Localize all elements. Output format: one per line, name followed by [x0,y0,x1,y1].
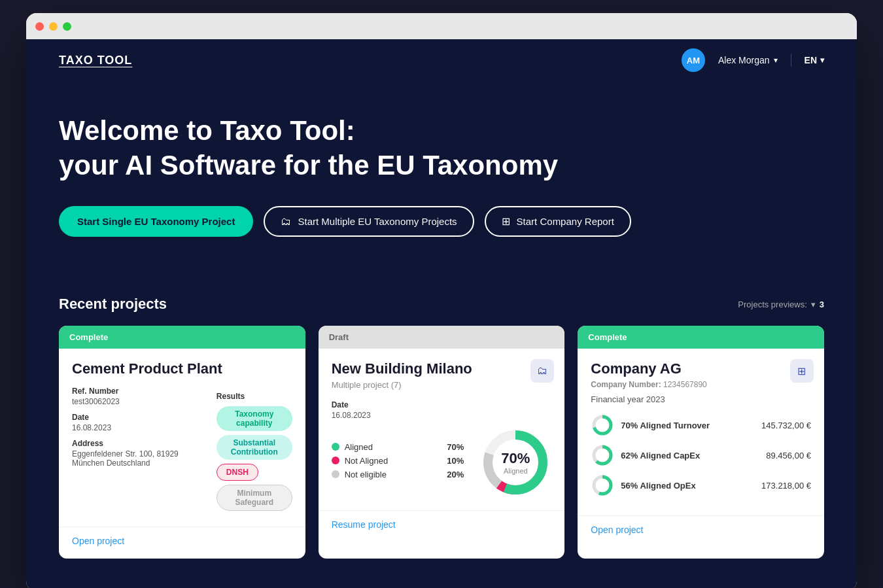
date-value-1: 16.08.2023 [72,423,201,432]
ref-value: test30062023 [72,397,201,406]
status-badge-3: Complete [588,332,627,342]
hero-title-line2: your AI Software for the EU Taxonomy [59,150,558,181]
status-badge-1: Complete [69,332,108,342]
hero-title: Welcome to Taxo Tool: your AI Software f… [59,114,824,182]
not-aligned-pct: 10% [447,456,464,466]
close-dot[interactable] [35,22,44,31]
user-name-text: Alex Morgan [718,55,770,65]
hero-title-line1: Welcome to Taxo Tool: [59,115,355,146]
metric-label-3: 56% Aligned OpEx [621,481,755,491]
card-status-draft: Draft [319,326,565,349]
dot-aligned [332,443,339,451]
donut-pct: 70% [501,450,530,467]
lang-dropdown-chevron: ▾ [820,56,824,65]
language-text: EN [805,55,817,65]
maximize-dot[interactable] [63,22,71,31]
not-eligible-pct: 20% [447,470,464,479]
folder-icon: 🗂 [281,216,291,228]
chevron-preview-icon: ▾ [811,300,816,309]
card-title-3: Company AG [591,360,811,377]
folder-card-icon: 🗂 [530,359,554,383]
financial-year: Financial year 2023 [591,394,811,404]
metric-capex: 62% Aligned CapEx 89.456,00 € [591,443,811,467]
dot-not-aligned [332,457,339,464]
company-number: Company Number: 1234567890 [591,380,811,389]
donut-chart: 70% Aligned [479,426,551,498]
badge-substantial: Substantial Contribution [216,435,292,460]
language-selector[interactable]: EN ▾ [805,55,824,65]
legend-not-aligned: Not Aligned 10% [332,456,470,466]
divider [791,54,791,67]
badge-taxonomy: Taxonomy capability [216,406,292,431]
open-project-link-3[interactable]: Open project [591,525,643,535]
legend-not-eligible: Not eligible 20% [332,470,470,479]
metric-value-3: 173.218,00 € [761,481,811,491]
ref-label: Ref. Number [72,387,201,396]
date-label-1: Date [72,413,201,422]
metric-label-1: 70% Aligned Turnover [621,421,755,430]
minimize-dot[interactable] [49,22,58,31]
status-badge-2: Draft [329,332,349,342]
titlebar [26,13,857,39]
preview-label: Projects previews: [738,300,806,309]
table-icon: ⊞ [502,215,510,228]
projects-preview: Projects previews: ▾ 3 [738,300,824,309]
metric-opex: 56% Aligned OpEx 173.218,00 € [591,474,811,497]
header-right: AM Alex Morgan ▾ EN ▾ [682,48,824,72]
results-label: Results [216,392,292,401]
start-multiple-label: Start Multiple EU Taxonomy Projects [298,216,457,227]
recent-title: Recent projects [59,296,167,313]
metric-label-2: 62% Aligned CapEx [621,451,759,460]
recent-projects-header: Recent projects Projects previews: ▾ 3 [59,276,824,326]
start-company-button[interactable]: ⊞ Start Company Report [485,206,631,237]
card-title-1: Cement Product Plant [72,360,292,377]
resume-project-link[interactable]: Resume project [332,519,396,530]
address-value: Eggenfeldener Str. 100, 81929 München De… [72,449,201,468]
badge-dnsh: DNSH [216,464,258,481]
aligned-pct: 70% [447,442,464,452]
app-window: TAXO TOOL AM Alex Morgan ▾ EN ▾ Welcome … [26,13,857,588]
date-label-2: Date [332,400,552,409]
card-body-1: Cement Product Plant Ref. Number test300… [59,349,305,527]
start-company-label: Start Company Report [517,216,614,227]
card-footer-3: Open project [578,515,824,547]
card-milano: Draft 🗂 New Building Milano Multiple pro… [319,326,565,559]
donut-label: 70% Aligned [501,450,530,475]
card-body-3: ⊞ Company AG Company Number: 1234567890 … [578,349,824,515]
metric-donut-2 [591,443,614,467]
start-single-button[interactable]: Start Single EU Taxonomy Project [59,206,253,237]
metric-donut-3 [591,474,614,497]
badges-col: Taxonomy capability Substantial Contribu… [216,406,292,515]
legend-aligned: Aligned 70% [332,442,470,452]
card-status-complete-3: Complete [578,326,824,349]
aligned-label: Aligned [345,442,373,452]
header: TAXO TOOL AM Alex Morgan ▾ EN ▾ [26,39,857,81]
badge-minimum: Minimum Safeguard [216,485,292,511]
avatar: AM [682,48,705,72]
cards-row: Complete Cement Product Plant Ref. Numbe… [59,326,824,559]
metric-donut-1 [591,413,614,437]
donut-sub: Aligned [501,467,530,475]
metric-value-2: 89.456,00 € [766,451,811,460]
start-multiple-button[interactable]: 🗂 Start Multiple EU Taxonomy Projects [264,206,474,237]
legend-items: Aligned 70% Not Aligned 10% Not eligible [332,442,470,483]
card-company: Complete ⊞ Company AG Company Number: 12… [578,326,824,559]
card-footer-1: Open project [59,527,305,559]
card-cement: Complete Cement Product Plant Ref. Numbe… [59,326,305,559]
hero-section: Welcome to Taxo Tool: your AI Software f… [26,81,857,276]
open-project-link-1[interactable]: Open project [72,536,124,546]
card-subtitle-2: Multiple project (7) [332,380,552,390]
card-status-complete-1: Complete [59,326,305,349]
table-card-icon: ⊞ [790,359,814,383]
date-value-2: 16.08.2023 [332,411,552,420]
dot-not-eligible [332,470,339,478]
metric-turnover: 70% Aligned Turnover 145.732,00 € [591,413,811,437]
user-name-display[interactable]: Alex Morgan ▾ [718,55,778,65]
card-title-2: New Building Milano [332,360,552,377]
address-label: Address [72,439,201,448]
company-number-label: Company Number: [591,380,661,389]
metric-value-1: 145.732,00 € [761,421,811,430]
company-number-value: 1234567890 [663,380,707,389]
card-footer-2: Resume project [319,510,565,542]
preview-count: 3 [820,300,824,309]
